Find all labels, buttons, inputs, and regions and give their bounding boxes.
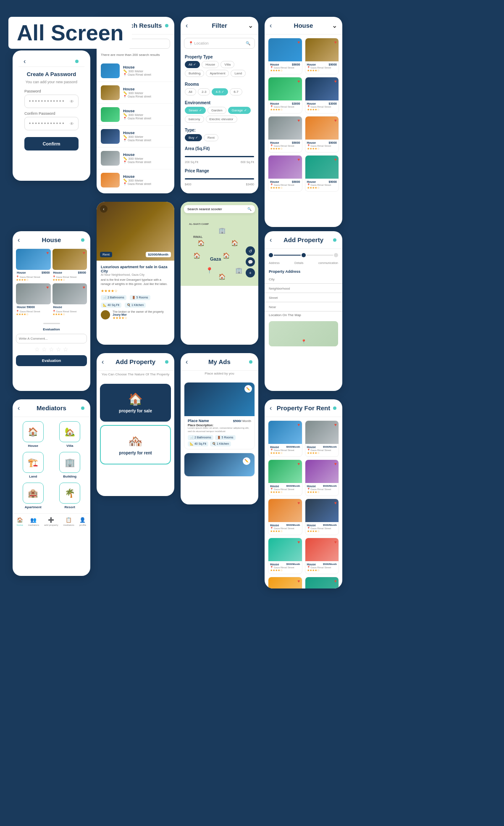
- evaluation-button[interactable]: Evaluation: [16, 355, 87, 366]
- search-icon[interactable]: 🔍: [247, 207, 252, 211]
- chip-building[interactable]: Building: [185, 70, 204, 77]
- heart-icon[interactable]: ♥: [334, 422, 337, 427]
- nav-profile[interactable]: 👤 profile: [79, 517, 86, 526]
- list-item[interactable]: House 📏 300 Meter 📍 Gaza Rimal street: [97, 60, 174, 82]
- eye-icon[interactable]: 👁: [70, 99, 74, 104]
- city-input[interactable]: [265, 275, 342, 284]
- map-preview[interactable]: 📍: [269, 321, 338, 346]
- list-item[interactable]: House 📏 300 Meter 📍 Gaza Rimal street: [97, 126, 174, 148]
- star-3[interactable]: ☆: [49, 346, 54, 353]
- heart-icon[interactable]: ♥: [298, 422, 300, 427]
- my-ads-card-2[interactable]: ✏️: [184, 453, 255, 477]
- rent-card[interactable]: ♥ House$500/Month 📍 Gaza Rimal Street ★★…: [305, 459, 339, 496]
- neighborhood-input[interactable]: [265, 285, 342, 293]
- chip-all[interactable]: All ✓: [185, 61, 200, 68]
- star-4[interactable]: ☆: [56, 346, 61, 353]
- heart-icon[interactable]: ♥: [47, 285, 49, 290]
- back-arrow-icon[interactable]: ‹: [186, 22, 188, 29]
- rent-card[interactable]: ♥ House$500/Month 📍 Gaza Rimal Street ★★…: [268, 459, 302, 496]
- chevron-down-icon[interactable]: ⌄: [332, 21, 337, 29]
- mediator-land[interactable]: 🏗️ Land: [17, 452, 50, 478]
- password-input[interactable]: •••••••••••• 👁: [24, 95, 79, 108]
- rent-card[interactable]: ♥ House$500/Month 📍 Gaza Rimal Street ★★…: [268, 420, 302, 457]
- back-arrow-icon[interactable]: ‹: [270, 236, 272, 244]
- heart-icon[interactable]: ♥: [334, 540, 337, 544]
- map-add-button[interactable]: +: [246, 268, 255, 277]
- edit-icon-2[interactable]: ✏️: [243, 457, 250, 465]
- chip-rooms-6-7[interactable]: 6-7: [230, 88, 242, 95]
- chip-apartment[interactable]: Apartment: [206, 70, 229, 77]
- chip-villa[interactable]: Villa: [220, 61, 234, 68]
- street-input[interactable]: [265, 294, 342, 302]
- rent-card[interactable]: ♥ House$500/Month 📍 Gaza Rimal Street ★★…: [268, 577, 302, 588]
- map-house-icon-2[interactable]: 🏠: [231, 240, 238, 246]
- confirm-button[interactable]: Confirm: [24, 137, 79, 150]
- map-house-icon-5[interactable]: 🏠: [218, 273, 226, 280]
- map-house-icon-3[interactable]: 🏠: [193, 252, 200, 259]
- chip-rent[interactable]: Rent: [204, 134, 218, 141]
- rent-card[interactable]: ♥ House$500/Month 📍 Gaza Rimal Street ★★…: [305, 538, 339, 574]
- house-detail-item[interactable]: ♥ House$9000 📍 Gaza Rimal Street ★★★★☆: [16, 249, 51, 282]
- nav-mediators-2[interactable]: 📋 mediators: [63, 517, 74, 526]
- heart-icon[interactable]: ♥: [334, 579, 337, 583]
- mediator-apartment[interactable]: 🏨 Apartment: [17, 483, 50, 509]
- back-arrow-icon[interactable]: ‹: [103, 207, 104, 211]
- comment-input[interactable]: [16, 334, 87, 343]
- heart-icon[interactable]: ♥: [334, 157, 337, 162]
- house-detail-item[interactable]: ♥ House 59000 📍 Gaza Rimal Street ★★★★☆: [16, 283, 51, 316]
- area-track[interactable]: [185, 156, 254, 157]
- star-rating-row[interactable]: ☆ ☆ ☆ ☆ ☆: [16, 346, 87, 353]
- back-arrow-icon[interactable]: ‹: [186, 358, 188, 366]
- edit-icon[interactable]: ✏️: [244, 385, 252, 393]
- list-item[interactable]: House 📏 300 Meter 📍 Gaza Rimal street: [97, 104, 174, 126]
- nav-mediators[interactable]: 👥 mediators: [28, 517, 39, 526]
- list-item[interactable]: House 📏 300 Meter 📍 Gaza Rimal street: [97, 148, 174, 169]
- rent-card[interactable]: ♥ House$500/Month 📍 Gaza Rimal Street ★★…: [305, 499, 339, 535]
- rent-card[interactable]: ♥ House$500/Month 📍 Gaza Rimal Street ★★…: [305, 420, 339, 457]
- map-search-bar[interactable]: Search nearest scooter 🔍: [184, 205, 255, 213]
- house-detail-item[interactable]: ♥ House$9000 📍 Gaza Rimal Street ★★★★☆: [52, 249, 87, 282]
- back-arrow-icon[interactable]: ‹: [102, 358, 104, 366]
- heart-icon[interactable]: ♥: [334, 118, 337, 123]
- nav-add-property[interactable]: ➕ add property: [44, 517, 58, 526]
- map-refresh-button[interactable]: ↺: [246, 246, 255, 256]
- property-card[interactable]: ♥ House$9000 📍 Gaza Rimal Street ★★★★☆: [268, 116, 302, 153]
- heart-icon[interactable]: ♥: [298, 462, 300, 466]
- property-card[interactable]: ♥ House$9000 📍 Gaza Rimal Street ★★★★☆: [268, 38, 302, 74]
- house-detail-item[interactable]: ♥ House 📍 Gaza Rimal Street ★★★★☆: [52, 283, 87, 316]
- star-2[interactable]: ☆: [42, 346, 47, 353]
- heart-icon[interactable]: ♥: [47, 251, 49, 255]
- property-card[interactable]: ♥ House$9000 📍 Gaza Rimal Street ★★★★☆: [305, 155, 339, 192]
- heart-icon[interactable]: ♥: [83, 285, 85, 290]
- property-card[interactable]: ♥ House$9000 📍 Gaza Rimal Street ★★★★☆: [305, 116, 339, 153]
- chip-rooms-2-3[interactable]: 2-3: [198, 88, 210, 95]
- chip-house[interactable]: House: [202, 61, 219, 68]
- price-track[interactable]: [185, 178, 254, 179]
- back-arrow-icon[interactable]: ‹: [18, 404, 20, 412]
- nav-home[interactable]: 🏠 home: [17, 517, 23, 526]
- chip-balcony[interactable]: balcony: [185, 116, 204, 123]
- chip-buy[interactable]: Buy ✓: [185, 134, 202, 141]
- property-for-sale-button[interactable]: 🏠 property for sale: [100, 384, 171, 422]
- map-building-icon-2[interactable]: 🏢: [235, 267, 242, 274]
- property-card[interactable]: ♥ House$3000 📍 Gaza Rimal Street ★★★★☆: [268, 77, 302, 113]
- rent-card[interactable]: ♥ House$500/Month 📍 Gaza Rimal Street ★★…: [305, 577, 339, 588]
- rent-card[interactable]: ♥ House$500/Month 📍 Gaza Rimal Street ★★…: [268, 499, 302, 535]
- near-input[interactable]: [265, 303, 342, 311]
- chip-sewer[interactable]: Sewer ✓: [185, 107, 206, 114]
- map-building-icon[interactable]: 🏢: [218, 227, 226, 234]
- back-arrow-icon[interactable]: ‹: [18, 236, 20, 244]
- back-arrow-icon[interactable]: ‹: [270, 404, 272, 412]
- back-arrow-icon[interactable]: ‹: [270, 22, 272, 29]
- heart-icon[interactable]: ♥: [298, 579, 300, 583]
- back-arrow-icon[interactable]: ‹: [24, 58, 26, 65]
- heart-icon[interactable]: ♥: [298, 79, 300, 84]
- filter-location-input[interactable]: 📍 Location 🔍: [184, 38, 255, 49]
- heart-icon[interactable]: ♥: [83, 251, 85, 255]
- heart-icon[interactable]: ♥: [334, 501, 337, 505]
- heart-icon[interactable]: ♥: [334, 40, 337, 45]
- chip-garden[interactable]: Garden: [207, 107, 226, 114]
- chip-garage[interactable]: Garage ✓: [228, 107, 251, 114]
- heart-icon[interactable]: ♥: [298, 540, 300, 544]
- star-5[interactable]: ☆: [63, 346, 68, 353]
